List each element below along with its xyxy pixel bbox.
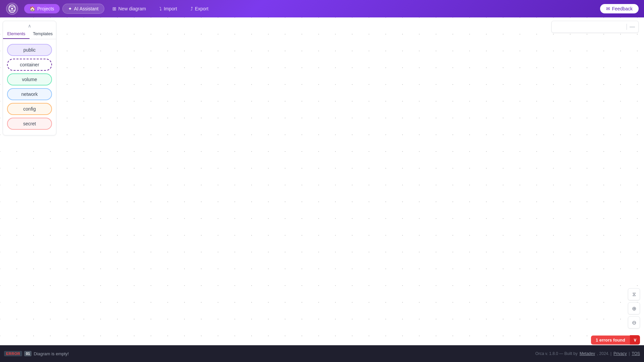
- diagram-canvas[interactable]: [0, 17, 644, 362]
- collapse-icon: ∧: [28, 23, 31, 28]
- svg-point-1: [11, 8, 13, 10]
- filter-icon: ⧖: [632, 291, 636, 297]
- search-divider: [627, 24, 627, 30]
- panel-collapse-button[interactable]: ∧: [3, 21, 56, 29]
- element-config[interactable]: config: [7, 103, 52, 115]
- footer-metadev-link[interactable]: Metadev: [580, 351, 595, 356]
- footer-separator: |: [629, 351, 630, 356]
- new-diagram-button[interactable]: ⊞ New diagram: [107, 4, 151, 13]
- export-button[interactable]: ⤴ Export: [185, 4, 214, 13]
- tab-elements[interactable]: Elements: [3, 29, 30, 39]
- filter-button[interactable]: ⧖: [628, 288, 640, 300]
- error-message: Diagram is empty!: [34, 351, 69, 356]
- footer-year: , 2024. |: [597, 351, 611, 356]
- feedback-label: Feedback: [612, 6, 633, 11]
- error-count: 01: [24, 351, 32, 356]
- zoom-out-button[interactable]: ⊖: [628, 316, 640, 328]
- element-network[interactable]: network: [7, 88, 52, 100]
- ai-icon: ✦: [68, 6, 72, 11]
- plus-square-icon: ⊞: [112, 6, 116, 11]
- logo[interactable]: [5, 2, 19, 15]
- element-public[interactable]: public: [7, 44, 52, 56]
- import-icon: ⤵: [159, 6, 162, 11]
- element-container[interactable]: container: [7, 59, 52, 71]
- chevron-down-icon: ∨: [633, 337, 637, 343]
- errors-badge[interactable]: 1 errors found: [591, 336, 630, 345]
- export-label: Export: [195, 6, 208, 11]
- error-tag: ERROR: [4, 351, 22, 356]
- elements-panel: ∧ Elements Templates public container vo…: [3, 21, 56, 135]
- errors-panel: 1 errors found ∨: [591, 335, 640, 345]
- projects-label: Projects: [37, 6, 54, 11]
- mail-icon: ✉: [606, 6, 610, 11]
- footer-privacy-link[interactable]: Privacy: [613, 351, 627, 356]
- ai-assistant-button[interactable]: ✦ AI Assistant: [62, 4, 104, 14]
- search-collapse-icon[interactable]: —: [630, 24, 635, 30]
- feedback-button[interactable]: ✉ Feedback: [600, 4, 639, 13]
- projects-button[interactable]: 🏠 Projects: [24, 4, 60, 13]
- element-secret[interactable]: secret: [7, 118, 52, 130]
- panel-tabs: Elements Templates: [3, 29, 56, 39]
- zoom-out-icon: ⊖: [632, 319, 636, 326]
- errors-chevron-button[interactable]: ∨: [630, 335, 640, 345]
- top-navigation: 🏠 Projects ✦ AI Assistant ⊞ New diagram …: [0, 0, 644, 17]
- canvas-controls: ⧖ ⊕ ⊖: [628, 288, 640, 328]
- import-button[interactable]: ⤵ Import: [154, 4, 182, 13]
- elements-list: public container volume network config s…: [3, 43, 56, 131]
- tab-templates[interactable]: Templates: [30, 29, 56, 39]
- top-search-bar: —: [551, 21, 639, 33]
- import-label: Import: [164, 6, 177, 11]
- ai-label: AI Assistant: [74, 6, 99, 11]
- footer-tos-link[interactable]: TOS: [632, 351, 640, 356]
- search-input[interactable]: [555, 24, 624, 29]
- new-diagram-label: New diagram: [118, 6, 146, 11]
- status-bar: ERROR 01 Diagram is empty! Orca v. 1.8.0…: [0, 345, 644, 362]
- footer-version: Orca v. 1.8.0 — Built by: [535, 351, 578, 356]
- zoom-in-icon: ⊕: [632, 305, 636, 312]
- export-icon: ⤴: [191, 6, 193, 11]
- element-volume[interactable]: volume: [7, 73, 52, 85]
- home-icon: 🏠: [30, 6, 35, 11]
- zoom-in-button[interactable]: ⊕: [628, 302, 640, 314]
- dot-grid-background: [0, 17, 644, 362]
